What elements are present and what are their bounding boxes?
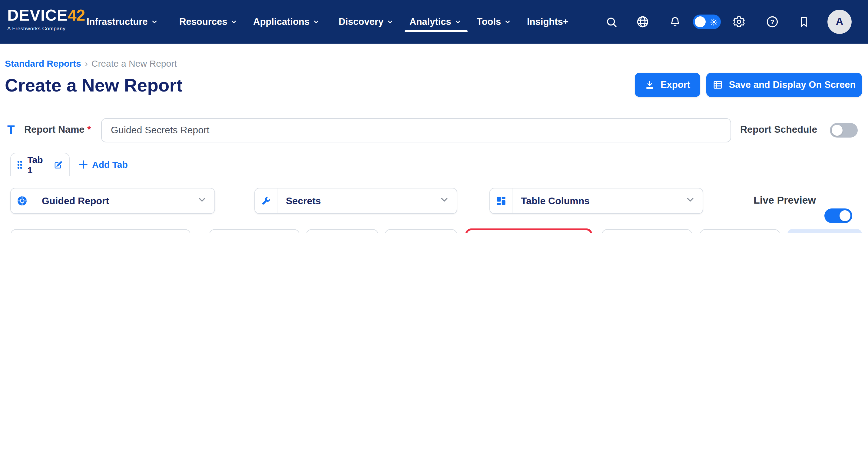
theme-toggle[interactable]	[693, 14, 721, 29]
save-and-display-button[interactable]: Save and Display On Screen	[706, 73, 862, 97]
nav-item-insights-plus[interactable]: Insights+	[527, 0, 568, 43]
top-navbar: DEVICE42 A Freshworks Company Infrastruc…	[0, 0, 868, 43]
brand-name: DEVICE	[7, 6, 68, 24]
breadcrumb-parent-link[interactable]: Standard Reports	[5, 58, 81, 68]
user-avatar[interactable]: A	[828, 10, 851, 34]
page-title: Create a New Report	[5, 75, 183, 96]
brand-number: 42	[68, 6, 85, 24]
chevron-down-icon	[151, 17, 157, 27]
chevron-down-icon	[504, 17, 510, 27]
sun-icon	[710, 18, 718, 26]
table-icon	[713, 79, 723, 90]
svg-text:?: ?	[770, 18, 774, 26]
chevron-down-icon	[455, 17, 461, 27]
edit-tab-icon[interactable]	[54, 160, 63, 170]
chevron-down-icon	[231, 17, 237, 27]
nav-item-tools[interactable]: Tools	[477, 0, 510, 43]
nav-item-infrastructure[interactable]: Infrastructure	[87, 0, 157, 43]
add-tab-button[interactable]: Add Tab	[79, 153, 128, 176]
chevron-down-icon	[197, 195, 207, 207]
live-preview-toggle[interactable]	[825, 208, 852, 223]
brand-tagline: A Freshworks Company	[7, 26, 85, 31]
tab-1[interactable]: Tab 1	[10, 153, 70, 176]
tab-1-label: Tab 1	[27, 154, 49, 175]
filter-password-storage[interactable]: Password Storage	[209, 229, 300, 233]
bookmark-icon[interactable]	[793, 11, 815, 33]
export-button[interactable]: Export	[635, 73, 700, 97]
chevron-down-icon	[440, 195, 449, 207]
breadcrumb: Standard Reports›Create a New Report	[5, 58, 177, 68]
text-type-icon: T	[7, 123, 14, 137]
download-icon	[645, 80, 655, 90]
advanced-button[interactable]: Advanced	[787, 229, 862, 233]
report-schedule-label: Report Schedule	[740, 124, 817, 135]
brand-logo[interactable]: DEVICE42 A Freshworks Company	[7, 7, 85, 31]
data-object-select[interactable]: Secrets	[254, 188, 457, 214]
nav-item-discovery[interactable]: Discovery	[339, 0, 393, 43]
filter-more-filters[interactable]: More Filters	[700, 229, 780, 233]
report-type-value: Guided Report	[33, 196, 197, 206]
table-columns-select[interactable]: Table Columns	[489, 188, 703, 214]
app-root: DEVICE42 A Freshworks Company Infrastruc…	[0, 0, 868, 233]
columns-grid-icon	[490, 188, 513, 213]
filter-expiration-date[interactable]: Expiration date	[601, 229, 692, 233]
filter-username[interactable]: Username	[384, 229, 457, 233]
filter-category[interactable]: Category	[306, 229, 379, 233]
globe-icon[interactable]	[632, 11, 654, 33]
theme-toggle-knob	[695, 17, 706, 27]
search-icon[interactable]	[600, 11, 622, 33]
nav-active-underline	[405, 30, 468, 32]
chevron-down-icon	[387, 17, 393, 27]
required-asterisk: *	[87, 124, 91, 135]
filter-last-password-change[interactable]: Last Password Change	[465, 229, 592, 233]
report-type-select[interactable]: Guided Report	[10, 188, 215, 214]
gear-icon[interactable]	[728, 11, 750, 33]
data-object-value: Secrets	[277, 196, 440, 206]
live-preview-label: Live Preview	[753, 195, 816, 207]
notifications-bell-icon[interactable]	[664, 11, 686, 33]
breadcrumb-current: Create a New Report	[91, 58, 177, 68]
search-field	[10, 229, 191, 233]
help-icon[interactable]: ?	[762, 11, 783, 33]
report-name-label: Report Name *	[24, 124, 91, 135]
chevron-down-icon	[313, 17, 319, 27]
tab-bar-divider	[7, 176, 862, 176]
table-columns-value: Table Columns	[513, 196, 686, 206]
breadcrumb-separator: ›	[85, 58, 88, 68]
wrench-icon	[255, 188, 277, 213]
chevron-down-icon	[686, 195, 695, 207]
report-schedule-toggle[interactable]	[830, 123, 858, 138]
guided-report-icon	[11, 188, 33, 213]
plus-icon	[79, 160, 88, 169]
nav-item-analytics[interactable]: Analytics	[409, 0, 461, 43]
drag-handle-icon[interactable]	[17, 160, 23, 170]
nav-item-resources[interactable]: Resources	[179, 0, 237, 43]
report-name-input[interactable]	[101, 118, 731, 142]
nav-item-applications[interactable]: Applications	[253, 0, 319, 43]
